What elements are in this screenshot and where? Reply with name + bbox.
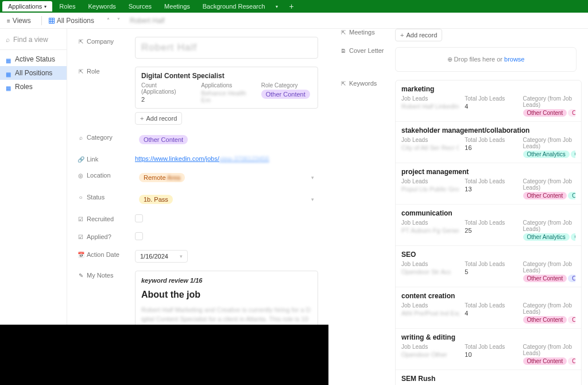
category-pill: Other Content [523, 316, 567, 324]
field-label-status: ○Status [78, 192, 135, 201]
cover-letter-dropzone[interactable]: ⊕ Drop files here or browse [395, 47, 577, 72]
tab-sources[interactable]: Sources [123, 1, 157, 11]
role-title: Digital Content Specialist [141, 72, 312, 80]
keyword-item[interactable]: SEM Rush Job LeadsRobert Half Total Job … [396, 370, 581, 385]
keyword-item[interactable]: content creation Job LeadsAthl Pre/Post … [396, 287, 581, 329]
view-all-positions-item[interactable]: All Positions [0, 66, 67, 80]
category-pill: Content [568, 357, 575, 365]
keyword-item[interactable]: communication Job LeadsPT Auburn Fg Gene… [396, 205, 581, 246]
view-roles[interactable]: Roles [0, 80, 67, 94]
category-pill: Other De [568, 275, 575, 282]
keyword-title: stakeholder management/collaboration [401, 126, 575, 134]
keywords-list: marketing Job LeadsRobert Half LinkedIn … [395, 80, 582, 385]
field-label-keywords: ⇱Keywords [340, 80, 395, 87]
category-pill: Other Co [568, 109, 575, 117]
tab-keywords[interactable]: Keywords [82, 1, 121, 11]
menu-icon [7, 17, 10, 25]
chevron-down-icon: ▾ [180, 253, 183, 259]
keyword-item[interactable]: marketing Job LeadsRobert Half LinkedIn … [396, 80, 581, 122]
tab-applications[interactable]: Applications▾ [2, 1, 52, 11]
role-linked-record[interactable]: Digital Content Specialist Count (Applic… [135, 67, 318, 109]
grid-icon [6, 70, 11, 76]
field-label-company: ⇱Company [78, 37, 135, 45]
chevron-down-icon: ▾ [311, 197, 314, 202]
category-pill: Other An [568, 192, 575, 199]
field-label-action-date: 📅Action Date [78, 250, 135, 258]
category-pill: Other Content [523, 192, 567, 199]
chevron-down-icon: ▾ [311, 175, 314, 180]
view-active-status[interactable]: Active Status [0, 52, 67, 66]
views-menu[interactable]: Views [3, 16, 34, 26]
record-side-pane: ⇱Meetings Add record 🗎Cover Letter ⊕ Dro… [328, 29, 588, 385]
notes-heading: About the job [141, 288, 312, 302]
keyword-title: marketing [401, 85, 575, 93]
add-meeting-button[interactable]: Add record [395, 29, 442, 41]
field-label-meetings: ⇱Meetings [340, 29, 395, 36]
category-pill: Other Content [523, 109, 567, 117]
separator [41, 16, 42, 25]
upload-icon: ⊕ [447, 56, 452, 63]
field-label-recruited: ☑Recruited [78, 214, 135, 222]
category-select[interactable]: Other Content [135, 133, 318, 147]
grid-icon [6, 56, 11, 62]
next-record-button[interactable]: ˅ [114, 16, 123, 25]
field-label-category: ⌕Category [78, 133, 135, 141]
field-label-cover-letter: 🗎Cover Letter [340, 47, 395, 54]
keyword-title: SEM Rush [401, 375, 575, 383]
field-label-mynotes: ✎My Notes [78, 271, 135, 279]
chevron-down-icon: ▾ [44, 4, 47, 9]
grid-icon [6, 84, 11, 90]
add-tab-button[interactable]: + [285, 2, 299, 11]
bottom-black-overlay [0, 325, 328, 385]
add-role-record-button[interactable]: Add record [135, 112, 182, 125]
company-linked-record[interactable]: Robert Half [135, 37, 318, 59]
category-pill: Other A [571, 233, 575, 241]
top-tab-bar: Applications▾ Roles Keywords Sources Mee… [0, 0, 588, 13]
category-pill: Other Analytics [523, 233, 570, 241]
field-label-location: ◎Location [78, 171, 135, 179]
view-all-positions[interactable]: All Positions [49, 17, 94, 25]
category-pill: Other A [571, 151, 575, 158]
keyword-title: communication [401, 209, 575, 217]
keyword-title: writing & editing [401, 333, 575, 341]
field-label-role: ⇱Role [78, 67, 135, 75]
category-pill: Other Content [523, 275, 567, 282]
browse-link[interactable]: browse [504, 56, 524, 63]
location-select[interactable]: Remote Area▾ [135, 171, 318, 184]
keyword-title: content creation [401, 292, 575, 300]
view-bar: Views All Positions ˄ ˅ Robert Half [0, 13, 588, 29]
tab-background-research[interactable]: Background Research▾ [197, 1, 284, 11]
category-pill: Other Analytics [523, 151, 570, 158]
divider [0, 49, 67, 50]
field-label-link: 🔗Link [78, 155, 135, 163]
search-icon [6, 36, 10, 44]
link-url[interactable]: https://www.linkedin.com/jobs/view-37061… [135, 155, 269, 162]
keyword-item[interactable]: SEO Job LeadsOpendoor Str Acc Total Job … [396, 246, 581, 287]
keyword-item[interactable]: project management Job LeadsPopul Lts Pu… [396, 163, 581, 205]
record-nav: ˄ ˅ [103, 16, 123, 25]
record-breadcrumb: Robert Half [130, 17, 165, 25]
find-view-input[interactable]: Find a view [0, 32, 67, 47]
keyword-title: project management [401, 168, 575, 176]
applied-checkbox[interactable] [135, 232, 143, 240]
action-date-input[interactable]: 1/16/2024▾ [135, 250, 188, 263]
grid-icon [49, 18, 55, 24]
recruited-checkbox[interactable] [135, 214, 143, 222]
keyword-item[interactable]: writing & editing Job LeadsOpendoor Othe… [396, 329, 581, 370]
keyword-item[interactable]: stakeholder management/collaboration Job… [396, 122, 581, 163]
category-pill: Other Content [523, 357, 567, 365]
tab-meetings[interactable]: Meetings [158, 1, 196, 11]
chevron-down-icon: ▾ [276, 4, 278, 9]
field-label-applied: ☑Applied? [78, 232, 135, 240]
status-select[interactable]: 1b. Pass▾ [135, 192, 318, 206]
prev-record-button[interactable]: ˄ [103, 16, 113, 25]
tab-roles[interactable]: Roles [53, 1, 81, 11]
category-pill: Other Co [568, 316, 575, 324]
keyword-title: SEO [401, 251, 575, 259]
